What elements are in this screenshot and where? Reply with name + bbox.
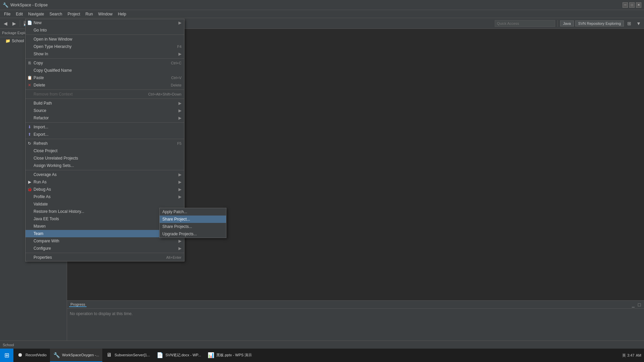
quick-access-input[interactable] bbox=[495, 20, 555, 27]
type-hierarchy-shortcut: F4 bbox=[170, 45, 181, 49]
ctx-import[interactable]: ⬇ Import... bbox=[25, 123, 184, 131]
ctx-sep-4 bbox=[25, 99, 184, 99]
ctx-open-new-window[interactable]: Open in New Window bbox=[25, 36, 184, 43]
ctx-compare-with[interactable]: Compare With ▶ bbox=[25, 237, 184, 245]
close-button[interactable]: ✕ bbox=[636, 2, 641, 8]
back-button[interactable]: ◀ bbox=[1, 19, 9, 27]
ctx-sep-6 bbox=[25, 139, 184, 139]
delete-icon: ✕ bbox=[27, 82, 32, 88]
ctx-source[interactable]: Source ▶ bbox=[25, 107, 184, 114]
submenu-upgrade-projects[interactable]: Upgrade Projects... bbox=[160, 230, 226, 238]
svn-perspective-button[interactable]: SVN Repository Exploring bbox=[575, 20, 624, 26]
ctx-sep-2 bbox=[25, 58, 184, 59]
ctx-refresh[interactable]: ↻ Refresh F5 bbox=[25, 140, 184, 147]
menu-edit[interactable]: Edit bbox=[13, 11, 25, 17]
maximize-button[interactable]: □ bbox=[629, 2, 635, 8]
submenu-share-projects[interactable]: Share Projects... bbox=[160, 223, 226, 230]
ctx-copy-qualified[interactable]: Copy Qualified Name bbox=[25, 67, 184, 74]
ctx-coverage-as[interactable]: Coverage As ▶ bbox=[25, 171, 184, 178]
ctx-configure[interactable]: Configure ▶ bbox=[25, 245, 184, 252]
menu-project[interactable]: Project bbox=[65, 11, 83, 17]
minimize-button[interactable]: ─ bbox=[623, 2, 628, 8]
close-project-icon bbox=[27, 148, 32, 154]
ctx-copy[interactable]: ⎘ Copy Ctrl+C bbox=[25, 59, 184, 67]
menu-navigate[interactable]: Navigate bbox=[25, 11, 47, 17]
subversion-icon: 🖥 bbox=[106, 352, 112, 358]
ctx-assign-working[interactable]: Assign Working Sets... bbox=[25, 162, 184, 169]
go-into-icon bbox=[27, 27, 32, 33]
refresh-icon: ↻ bbox=[27, 141, 32, 146]
perspective-toggle-button[interactable]: ⊞ bbox=[625, 19, 633, 27]
properties-shortcut: Alt+Enter bbox=[159, 255, 181, 259]
svn-notes-icon: 📄 bbox=[157, 352, 163, 358]
subversion-label: SubversionServer[1... bbox=[114, 353, 150, 357]
compare-icon bbox=[27, 238, 32, 244]
paste-icon: 📋 bbox=[27, 75, 32, 80]
ctx-go-into[interactable]: Go Into bbox=[25, 26, 184, 34]
svn-notes-label: SVN笔记.docx - WP... bbox=[165, 353, 201, 358]
record-vedio-label: RecordVedio bbox=[25, 353, 47, 357]
ctx-export[interactable]: ⬆ Export... bbox=[25, 131, 184, 138]
ctx-validate[interactable]: Validate bbox=[25, 200, 184, 208]
bottom-panel-content: No operation to display at this time. bbox=[67, 309, 644, 319]
workspace-icon: 🔧 bbox=[53, 352, 60, 358]
ctx-run-as[interactable]: ▶ Run As ▶ bbox=[25, 178, 184, 186]
refresh-shortcut: F5 bbox=[170, 141, 181, 145]
new-arrow: ▶ bbox=[178, 20, 181, 25]
remove-shortcut: Ctrl+Alt+Shift+Down bbox=[142, 92, 181, 96]
source-arrow: ▶ bbox=[178, 108, 181, 113]
ctx-properties[interactable]: Properties Alt+Enter bbox=[25, 254, 184, 261]
debug-as-arrow: ▶ bbox=[178, 187, 181, 192]
menu-search[interactable]: Search bbox=[47, 11, 65, 17]
debug-as-icon: 🐞 bbox=[27, 187, 32, 192]
ctx-paste[interactable]: 📋 Paste Ctrl+V bbox=[25, 74, 184, 81]
taskbar-workspace-oxygen[interactable]: 🔧 WorkSpaceOxygen -... bbox=[50, 349, 102, 362]
bottom-panel-maximize[interactable]: □ bbox=[637, 302, 642, 307]
workspace-label: WorkSpaceOxygen -... bbox=[62, 353, 99, 357]
progress-tab[interactable]: Progress bbox=[69, 302, 87, 307]
build-path-arrow: ▶ bbox=[178, 101, 181, 106]
java-ee-icon bbox=[27, 216, 32, 222]
view-menu-button[interactable]: ▼ bbox=[635, 19, 643, 27]
submenu-apply-patch[interactable]: Apply Patch... bbox=[160, 208, 226, 216]
taskbar-subversion-server[interactable]: 🖥 SubversionServer[1... bbox=[102, 349, 153, 362]
ctx-new[interactable]: 📄 New ▶ bbox=[25, 19, 184, 26]
coverage-arrow: ▶ bbox=[178, 172, 181, 177]
ctx-remove-from-context[interactable]: Remove from Context Ctrl+Alt+Shift+Down bbox=[25, 90, 184, 98]
show-in-arrow: ▶ bbox=[178, 52, 181, 56]
forward-button[interactable]: ▶ bbox=[10, 19, 18, 27]
record-vedio-icon: ⏺ bbox=[17, 352, 23, 358]
configure-arrow: ▶ bbox=[178, 246, 181, 251]
ctx-open-type-hierarchy[interactable]: Open Type Hierarchy F4 bbox=[25, 43, 184, 50]
menu-help[interactable]: Help bbox=[115, 11, 129, 17]
taskbar-black-pptx[interactable]: 📊 黑板.pptx - WPS 演示 bbox=[204, 349, 255, 362]
ctx-debug-as[interactable]: 🐞 Debug As ▶ bbox=[25, 186, 184, 193]
toolbar-separator-6 bbox=[557, 20, 558, 27]
java-perspective-button[interactable]: Java bbox=[560, 20, 574, 26]
ctx-build-path[interactable]: Build Path ▶ bbox=[25, 100, 184, 107]
menu-file[interactable]: File bbox=[1, 11, 13, 17]
delete-shortcut: Delete bbox=[164, 83, 181, 87]
remove-context-icon bbox=[27, 92, 32, 97]
compare-arrow: ▶ bbox=[178, 239, 181, 243]
menu-bar: File Edit Navigate Search Project Run Wi… bbox=[0, 10, 644, 18]
ctx-delete[interactable]: ✕ Delete Delete bbox=[25, 81, 184, 89]
submenu-share-project[interactable]: Share Project... bbox=[160, 216, 226, 223]
type-hierarchy-icon bbox=[27, 44, 32, 49]
taskbar-svn-notes[interactable]: 📄 SVN笔记.docx - WP... bbox=[153, 349, 204, 362]
ctx-show-in[interactable]: Show In ▶ bbox=[25, 50, 184, 58]
taskbar-items: ⏺ RecordVedio 🔧 WorkSpaceOxygen -... 🖥 S… bbox=[13, 349, 620, 362]
ctx-close-unrelated[interactable]: Close Unrelated Projects bbox=[25, 155, 184, 162]
assign-working-icon bbox=[27, 163, 32, 168]
ctx-close-project[interactable]: Close Project bbox=[25, 147, 184, 155]
sys-tray: 英 3:47 AM bbox=[622, 353, 641, 358]
copy-qualified-icon bbox=[27, 68, 32, 73]
app-icon: 🔧 bbox=[3, 2, 8, 8]
bottom-panel-minimize[interactable]: _ bbox=[631, 302, 636, 307]
ctx-profile-as[interactable]: Profile As ▶ bbox=[25, 193, 184, 200]
taskbar-record-vedio[interactable]: ⏺ RecordVedio bbox=[13, 349, 50, 362]
menu-run[interactable]: Run bbox=[83, 11, 96, 17]
ctx-refactor[interactable]: Refactor ▶ bbox=[25, 114, 184, 122]
start-button[interactable]: ⊞ bbox=[0, 349, 13, 362]
menu-window[interactable]: Window bbox=[96, 11, 115, 17]
